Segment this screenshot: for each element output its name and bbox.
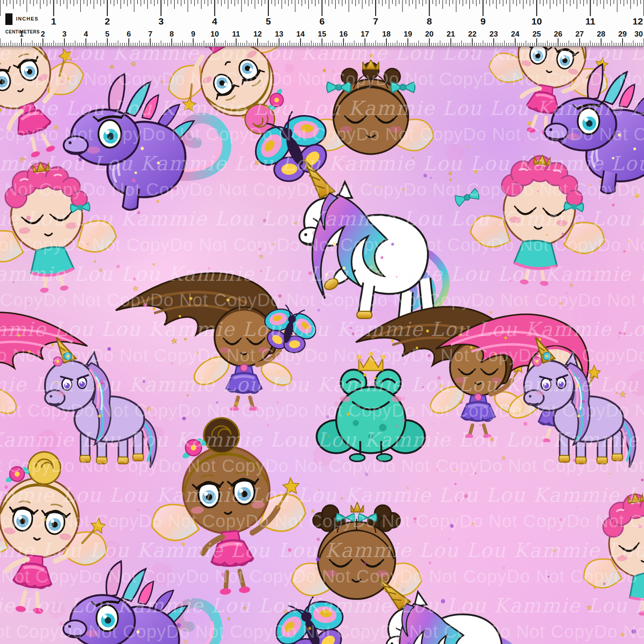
frog-prince-illustration <box>317 352 425 461</box>
fairy-ballerina-illustration <box>0 445 116 620</box>
motif-layer <box>0 46 644 644</box>
inch-number: 8 <box>427 16 432 26</box>
inch-number: 6 <box>320 16 325 26</box>
inch-number: 12 <box>632 16 643 26</box>
unicorn-pony-illustration <box>45 337 156 468</box>
cm-number: 12 <box>254 30 262 38</box>
inch-number: 3 <box>158 16 164 26</box>
inch-number: 4 <box>212 16 217 26</box>
ruler: INCHES CENTIMETERS 123456789101112123456… <box>0 0 644 47</box>
cm-number: 21 <box>447 30 455 38</box>
cm-number: 27 <box>575 30 584 38</box>
cm-number: 11 <box>232 30 240 38</box>
cm-number: 19 <box>404 30 412 38</box>
inch-number: 5 <box>266 16 271 26</box>
fabric-swatch-image: Kammie Lou Lou Kammie Lou Lou Kammie Lou… <box>0 0 644 644</box>
hair-bow-illustration <box>454 188 480 207</box>
cm-number: 17 <box>361 30 369 38</box>
cm-number: 7 <box>148 30 152 38</box>
fabric-pattern-canvas <box>0 46 644 644</box>
unicorn-illustration <box>299 160 446 326</box>
fairy-curls-illustration <box>0 155 121 299</box>
fairy-curls-illustration <box>573 485 644 623</box>
ruler-ticks: 1234567891011121234567891011121314151617… <box>0 0 644 46</box>
cm-number: 30 <box>635 30 643 38</box>
cm-number: 8 <box>170 30 174 38</box>
cm-number: 24 <box>511 30 520 38</box>
ruler-inches-label: INCHES <box>16 16 39 21</box>
fairy-face-puffs-illustration <box>291 502 421 599</box>
dragon-illustration <box>64 74 226 210</box>
cm-number: 10 <box>210 30 219 38</box>
cm-number: 2 <box>41 30 45 38</box>
dragon-illustration <box>63 561 217 644</box>
inch-number: 2 <box>105 16 110 26</box>
cm-number: 3 <box>62 30 66 38</box>
inch-number: 1 <box>51 16 57 26</box>
cm-number: 25 <box>533 30 541 38</box>
cm-number: 15 <box>318 30 326 38</box>
cm-number: 5 <box>105 30 109 38</box>
cm-number: 16 <box>339 30 348 38</box>
cm-number: 13 <box>275 30 283 38</box>
cm-number: 9 <box>191 30 195 38</box>
inch-number: 7 <box>373 16 378 26</box>
cm-number: 29 <box>618 30 627 38</box>
cm-number: 26 <box>554 30 562 38</box>
cm-number: 4 <box>84 30 88 38</box>
ruler-cm-label: CENTIMETERS <box>5 29 40 34</box>
cm-number: 23 <box>489 30 498 38</box>
inch-number: 10 <box>532 16 542 26</box>
fairy-curls-illustration <box>467 151 610 290</box>
cm-number: 28 <box>597 30 605 38</box>
cm-number: 22 <box>468 30 476 38</box>
cm-number: 6 <box>127 30 131 38</box>
cm-number: 14 <box>296 30 305 38</box>
fabric-pattern: Kammie Lou Lou Kammie Lou Lou Kammie Lou… <box>0 46 644 644</box>
inch-number: 11 <box>585 16 595 26</box>
inch-number: 9 <box>480 16 486 26</box>
cm-number: 18 <box>382 30 391 38</box>
cm-number: 20 <box>425 30 434 38</box>
fairy-face-illustration <box>308 60 434 154</box>
